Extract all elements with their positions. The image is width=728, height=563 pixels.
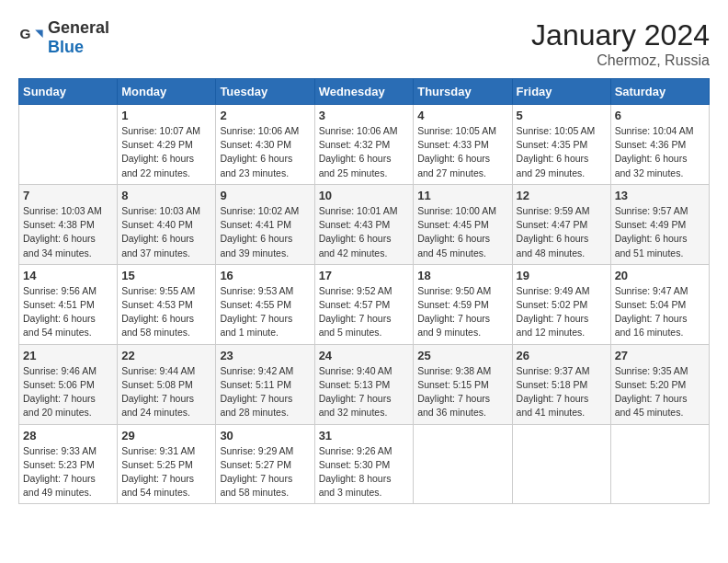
day-info: Sunrise: 10:06 AMSunset: 4:30 PMDaylight… (220, 124, 310, 180)
day-number: 3 (319, 109, 410, 122)
day-number: 5 (517, 109, 607, 122)
calendar-cell: 28Sunrise: 9:33 AMSunset: 5:23 PMDayligh… (19, 424, 118, 504)
day-info: Sunrise: 9:50 AMSunset: 4:59 PMDaylight:… (417, 284, 507, 340)
day-number: 9 (220, 189, 310, 202)
day-info: Sunrise: 10:05 AMSunset: 4:33 PMDaylight… (417, 124, 507, 180)
day-number: 18 (417, 269, 507, 282)
day-info: Sunrise: 9:40 AMSunset: 5:13 PMDaylight:… (319, 364, 410, 420)
day-info: Sunrise: 9:35 AMSunset: 5:20 PMDaylight:… (615, 364, 705, 420)
day-info: Sunrise: 9:59 AMSunset: 4:47 PMDaylight:… (517, 204, 607, 260)
day-number: 7 (23, 189, 113, 202)
calendar-week-row: 14Sunrise: 9:56 AMSunset: 4:51 PMDayligh… (19, 264, 710, 344)
weekday-header-monday: Monday (118, 79, 216, 105)
calendar-cell: 17Sunrise: 9:52 AMSunset: 4:57 PMDayligh… (314, 264, 414, 344)
calendar-cell: 23Sunrise: 9:42 AMSunset: 5:11 PMDayligh… (216, 344, 314, 424)
day-number: 25 (417, 349, 507, 362)
logo-general: General (48, 18, 109, 37)
calendar-cell: 29Sunrise: 9:31 AMSunset: 5:25 PMDayligh… (118, 424, 216, 504)
day-number: 26 (517, 349, 607, 362)
day-number: 11 (417, 189, 507, 202)
day-number: 13 (615, 189, 705, 202)
calendar-body: 1Sunrise: 10:07 AMSunset: 4:29 PMDayligh… (19, 105, 710, 504)
logo-icon: G (18, 25, 44, 51)
calendar-cell (19, 105, 118, 185)
day-info: Sunrise: 9:31 AMSunset: 5:25 PMDaylight:… (121, 444, 211, 500)
day-number: 8 (121, 189, 211, 202)
calendar-cell: 1Sunrise: 10:07 AMSunset: 4:29 PMDayligh… (118, 105, 216, 185)
day-info: Sunrise: 10:05 AMSunset: 4:35 PMDaylight… (517, 124, 607, 180)
calendar-week-row: 7Sunrise: 10:03 AMSunset: 4:38 PMDayligh… (19, 184, 710, 264)
calendar-cell: 14Sunrise: 9:56 AMSunset: 4:51 PMDayligh… (19, 264, 118, 344)
calendar-cell: 2Sunrise: 10:06 AMSunset: 4:30 PMDayligh… (216, 105, 314, 185)
calendar-cell (512, 424, 610, 504)
calendar-week-row: 1Sunrise: 10:07 AMSunset: 4:29 PMDayligh… (19, 105, 710, 185)
calendar-cell (610, 424, 709, 504)
calendar-cell: 9Sunrise: 10:02 AMSunset: 4:41 PMDayligh… (216, 184, 314, 264)
day-info: Sunrise: 9:47 AMSunset: 5:04 PMDaylight:… (615, 284, 705, 340)
day-info: Sunrise: 9:46 AMSunset: 5:06 PMDaylight:… (23, 364, 113, 420)
day-info: Sunrise: 10:03 AMSunset: 4:38 PMDaylight… (23, 204, 113, 260)
svg-marker-1 (35, 30, 42, 38)
day-number: 27 (615, 349, 705, 362)
calendar-week-row: 28Sunrise: 9:33 AMSunset: 5:23 PMDayligh… (19, 424, 710, 504)
calendar-cell: 4Sunrise: 10:05 AMSunset: 4:33 PMDayligh… (414, 105, 512, 185)
day-info: Sunrise: 9:57 AMSunset: 4:49 PMDaylight:… (615, 204, 705, 260)
calendar-cell: 21Sunrise: 9:46 AMSunset: 5:06 PMDayligh… (19, 344, 118, 424)
day-info: Sunrise: 9:33 AMSunset: 5:23 PMDaylight:… (23, 444, 113, 500)
day-info: Sunrise: 9:49 AMSunset: 5:02 PMDaylight:… (517, 284, 607, 340)
day-number: 24 (319, 349, 410, 362)
calendar-cell: 24Sunrise: 9:40 AMSunset: 5:13 PMDayligh… (314, 344, 414, 424)
day-number: 15 (121, 269, 211, 282)
day-number: 30 (220, 429, 310, 442)
day-number: 1 (121, 109, 211, 122)
day-info: Sunrise: 10:04 AMSunset: 4:36 PMDaylight… (615, 124, 705, 180)
day-info: Sunrise: 10:03 AMSunset: 4:40 PMDaylight… (121, 204, 211, 260)
weekday-header-wednesday: Wednesday (314, 79, 414, 105)
day-number: 21 (23, 349, 113, 362)
day-number: 23 (220, 349, 310, 362)
calendar-cell: 3Sunrise: 10:06 AMSunset: 4:32 PMDayligh… (314, 105, 414, 185)
day-number: 16 (220, 269, 310, 282)
day-number: 19 (517, 269, 607, 282)
day-number: 4 (417, 109, 507, 122)
calendar-table: SundayMondayTuesdayWednesdayThursdayFrid… (18, 78, 710, 504)
calendar-cell: 13Sunrise: 9:57 AMSunset: 4:49 PMDayligh… (610, 184, 709, 264)
calendar-cell: 16Sunrise: 9:53 AMSunset: 4:55 PMDayligh… (216, 264, 314, 344)
weekday-header-saturday: Saturday (610, 79, 709, 105)
day-info: Sunrise: 9:37 AMSunset: 5:18 PMDaylight:… (517, 364, 607, 420)
location-subtitle: Chermoz, Russia (531, 52, 710, 69)
weekday-header-thursday: Thursday (414, 79, 512, 105)
calendar-cell: 25Sunrise: 9:38 AMSunset: 5:15 PMDayligh… (414, 344, 512, 424)
calendar-cell (414, 424, 512, 504)
day-info: Sunrise: 9:52 AMSunset: 4:57 PMDaylight:… (319, 284, 410, 340)
day-number: 17 (319, 269, 410, 282)
day-info: Sunrise: 10:06 AMSunset: 4:32 PMDaylight… (319, 124, 410, 180)
day-info: Sunrise: 9:44 AMSunset: 5:08 PMDaylight:… (121, 364, 211, 420)
calendar-cell: 30Sunrise: 9:29 AMSunset: 5:27 PMDayligh… (216, 424, 314, 504)
day-number: 28 (23, 429, 113, 442)
day-number: 22 (121, 349, 211, 362)
calendar-cell: 5Sunrise: 10:05 AMSunset: 4:35 PMDayligh… (512, 105, 610, 185)
calendar-cell: 31Sunrise: 9:26 AMSunset: 5:30 PMDayligh… (314, 424, 414, 504)
day-info: Sunrise: 9:38 AMSunset: 5:15 PMDaylight:… (417, 364, 507, 420)
calendar-cell: 11Sunrise: 10:00 AMSunset: 4:45 PMDaylig… (414, 184, 512, 264)
title-block: January 2024 Chermoz, Russia (531, 18, 710, 69)
day-info: Sunrise: 10:01 AMSunset: 4:43 PMDaylight… (319, 204, 410, 260)
day-number: 14 (23, 269, 113, 282)
calendar-cell: 8Sunrise: 10:03 AMSunset: 4:40 PMDayligh… (118, 184, 216, 264)
day-number: 6 (615, 109, 705, 122)
logo-blue: Blue (48, 38, 84, 56)
calendar-cell: 6Sunrise: 10:04 AMSunset: 4:36 PMDayligh… (610, 105, 709, 185)
calendar-cell: 15Sunrise: 9:55 AMSunset: 4:53 PMDayligh… (118, 264, 216, 344)
calendar-cell: 26Sunrise: 9:37 AMSunset: 5:18 PMDayligh… (512, 344, 610, 424)
day-info: Sunrise: 9:29 AMSunset: 5:27 PMDaylight:… (220, 444, 310, 500)
day-info: Sunrise: 9:53 AMSunset: 4:55 PMDaylight:… (220, 284, 310, 340)
calendar-cell: 22Sunrise: 9:44 AMSunset: 5:08 PMDayligh… (118, 344, 216, 424)
weekday-header-row: SundayMondayTuesdayWednesdayThursdayFrid… (19, 79, 710, 105)
day-number: 29 (121, 429, 211, 442)
month-year-title: January 2024 (531, 18, 710, 52)
day-info: Sunrise: 9:26 AMSunset: 5:30 PMDaylight:… (319, 444, 410, 500)
calendar-cell: 20Sunrise: 9:47 AMSunset: 5:04 PMDayligh… (610, 264, 709, 344)
calendar-cell: 12Sunrise: 9:59 AMSunset: 4:47 PMDayligh… (512, 184, 610, 264)
calendar-cell: 7Sunrise: 10:03 AMSunset: 4:38 PMDayligh… (19, 184, 118, 264)
